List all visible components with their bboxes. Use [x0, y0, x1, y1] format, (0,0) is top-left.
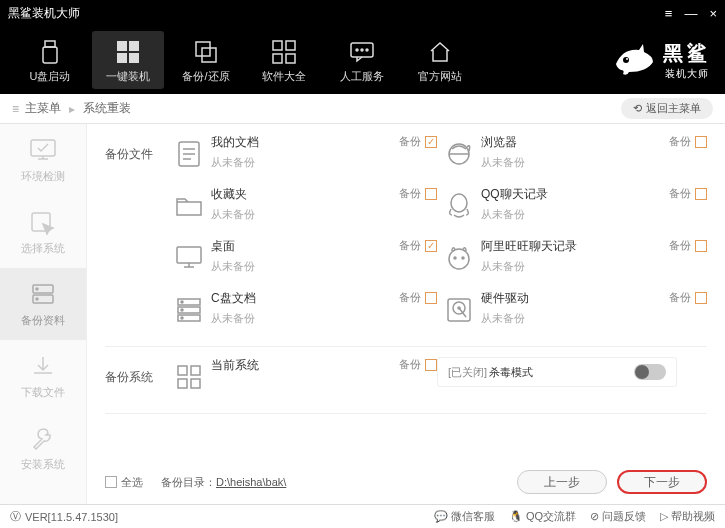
item-fav: 收藏夹从未备份 备份: [167, 186, 437, 226]
item-ww: 阿里旺旺聊天记录从未备份 备份: [437, 238, 707, 278]
harddrive-icon: [437, 290, 481, 330]
sidebar-label: 选择系统: [21, 241, 65, 256]
server-stack-icon: [167, 290, 211, 330]
ie-icon: [437, 134, 481, 174]
nav-site[interactable]: 官方网站: [404, 31, 476, 89]
nav-label: 人工服务: [340, 69, 384, 84]
nav-label: 官方网站: [418, 69, 462, 84]
svg-rect-6: [196, 42, 210, 56]
titlebar: 黑鲨装机大师 ≡ — ×: [0, 0, 725, 26]
download-icon: [28, 353, 58, 381]
sidebar-label: 备份资料: [21, 313, 65, 328]
minimize-icon[interactable]: —: [684, 6, 697, 21]
feedback-icon: ⊘: [590, 510, 599, 523]
item-name: QQ聊天记录: [481, 186, 663, 203]
svg-rect-42: [178, 379, 187, 388]
nav-service[interactable]: 人工服务: [326, 31, 398, 89]
checkbox[interactable]: ✓: [425, 240, 437, 252]
item-docs: 我的文档从未备份 备份✓: [167, 134, 437, 174]
sidebar-item-data[interactable]: 备份资料: [0, 268, 86, 340]
server-icon: [28, 281, 58, 309]
backup-dir: 备份目录：D:\heisha\bak\: [161, 475, 286, 490]
bk-label: 备份: [399, 238, 421, 253]
item-name: 收藏夹: [211, 186, 393, 203]
brand-name: 黑鲨: [663, 40, 711, 67]
folder-icon: [167, 186, 211, 226]
nav-label: 备份/还原: [182, 69, 229, 84]
wrench-icon: [28, 425, 58, 453]
item-name: 阿里旺旺聊天记录: [481, 238, 663, 255]
svg-point-16: [623, 57, 629, 63]
link-qq[interactable]: 🐧QQ交流群: [509, 509, 576, 524]
link-help[interactable]: ▷帮助视频: [660, 509, 715, 524]
svg-rect-7: [202, 48, 216, 62]
svg-rect-0: [45, 41, 55, 47]
item-name: 桌面: [211, 238, 393, 255]
backup-icon: [193, 37, 219, 67]
bk-label: 备份: [399, 357, 421, 372]
shark-icon: [611, 40, 657, 80]
svg-point-23: [36, 298, 38, 300]
svg-rect-2: [117, 41, 127, 51]
back-button[interactable]: ⟲ 返回主菜单: [621, 98, 713, 119]
next-button[interactable]: 下一步: [617, 470, 707, 494]
item-name: 我的文档: [211, 134, 393, 151]
item-name: 当前系统: [211, 357, 393, 374]
window-controls: ≡ — ×: [665, 6, 717, 21]
prev-button[interactable]: 上一步: [517, 470, 607, 494]
svg-rect-41: [191, 366, 200, 375]
back-icon: ⟲: [633, 102, 642, 115]
status-links: 💬微信客服 🐧QQ交流群 ⊘问题反馈 ▷帮助视频: [434, 509, 715, 524]
bk-label: 备份: [669, 134, 691, 149]
svg-rect-27: [177, 247, 201, 263]
section-title: 备份系统: [105, 357, 167, 409]
svg-rect-1: [43, 47, 57, 63]
sidebar-item-install[interactable]: 安装系统: [0, 412, 86, 484]
sidebar-item-select[interactable]: 选择系统: [0, 196, 86, 268]
checkbox[interactable]: [695, 240, 707, 252]
killmode-toggle[interactable]: [634, 364, 666, 380]
nav-usb[interactable]: U盘启动: [14, 31, 86, 89]
killmode-panel: [已关闭] 杀毒模式: [437, 357, 677, 387]
nav-software[interactable]: 软件大全: [248, 31, 320, 89]
svg-point-29: [454, 257, 456, 259]
sidebar-label: 安装系统: [21, 457, 65, 472]
killmode-label: 杀毒模式: [489, 365, 533, 380]
menu-icon[interactable]: ≡: [665, 6, 673, 21]
dir-label: 备份目录：: [161, 476, 216, 488]
checkbox[interactable]: [425, 292, 437, 304]
close-icon[interactable]: ×: [709, 6, 717, 21]
svg-point-35: [181, 309, 183, 311]
checkbox[interactable]: [425, 188, 437, 200]
checkbox[interactable]: ✓: [425, 136, 437, 148]
desktop-icon: [167, 238, 211, 278]
checkbox[interactable]: [695, 136, 707, 148]
item-desktop: 桌面从未备份 备份✓: [167, 238, 437, 278]
crumb-root[interactable]: 主菜单: [25, 100, 61, 117]
dir-path[interactable]: D:\heisha\bak\: [216, 476, 286, 488]
select-all[interactable]: 全选: [105, 475, 143, 490]
item-sub: 从未备份: [481, 155, 663, 170]
link-wechat[interactable]: 💬微信客服: [434, 509, 495, 524]
item-name: 浏览器: [481, 134, 663, 151]
content: 备份文件 我的文档从未备份 备份✓ 浏览器从未备份 备份: [87, 124, 725, 504]
divider: [105, 413, 707, 414]
checkbox[interactable]: [105, 476, 117, 488]
checkbox[interactable]: [695, 188, 707, 200]
link-feedback[interactable]: ⊘问题反馈: [590, 509, 646, 524]
item-cursys: 当前系统 备份: [167, 357, 437, 397]
nav-onekey[interactable]: 一键装机: [92, 31, 164, 89]
brand-sub: 装机大师: [665, 67, 709, 81]
play-icon: ▷: [660, 510, 668, 523]
sidebar-item-env[interactable]: 环境检测: [0, 124, 86, 196]
version-text: VER[11.5.47.1530]: [25, 511, 118, 523]
checkbox[interactable]: [425, 359, 437, 371]
sidebar-item-download[interactable]: 下载文件: [0, 340, 86, 412]
checkbox[interactable]: [695, 292, 707, 304]
svg-point-22: [36, 288, 38, 290]
grid-icon: [271, 37, 297, 67]
section-title: 备份文件: [105, 134, 167, 342]
back-label: 返回主菜单: [646, 101, 701, 116]
qq-icon: [437, 186, 481, 226]
nav-backup[interactable]: 备份/还原: [170, 31, 242, 89]
